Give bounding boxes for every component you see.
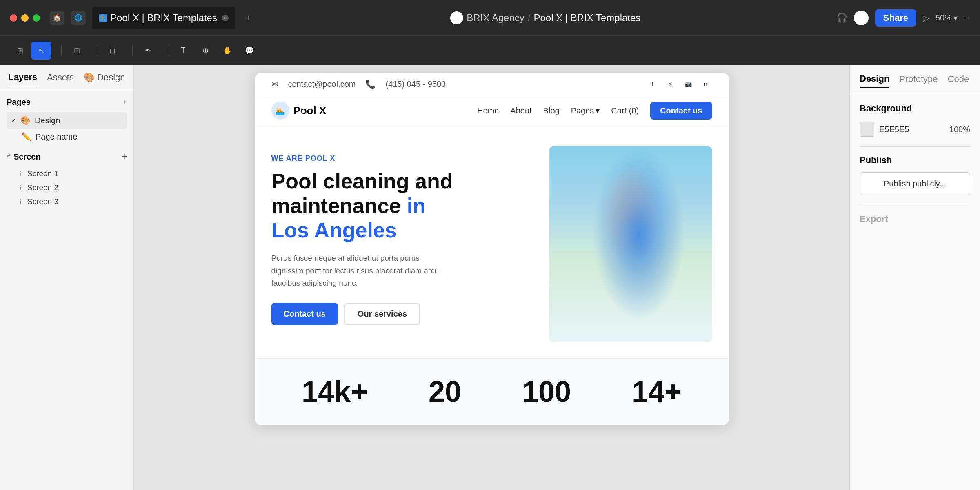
globe-button[interactable]: 🌐 — [71, 11, 86, 25]
nav-blog[interactable]: Blog — [543, 106, 560, 115]
sidebar-item-design-page[interactable]: ✓ 🎨 Design — [7, 112, 127, 129]
nav-contact-button[interactable]: Contact us — [650, 102, 712, 120]
nav-about[interactable]: About — [510, 106, 531, 115]
new-tab-button[interactable]: + — [242, 11, 255, 24]
bg-color-hex[interactable]: E5E5E5 — [879, 125, 944, 134]
sidebar-tab-assets[interactable]: Assets — [47, 72, 74, 86]
stat-4: 14+ — [632, 375, 682, 408]
tab-favicon: 🏊 — [99, 14, 107, 22]
hero-services-button[interactable]: Our services — [344, 303, 420, 325]
frame-tool[interactable]: ⊡ — [67, 42, 87, 60]
background-title: Background — [860, 103, 970, 114]
right-sidebar: Design Prototype Code Background E5E5E5 … — [849, 65, 980, 490]
sidebar-item-screen-2[interactable]: ⣿ Screen 2 — [7, 181, 127, 195]
screen-1-label: Screen 1 — [27, 169, 58, 178]
stat-4-number: 14+ — [632, 375, 682, 408]
close-traffic-light[interactable] — [10, 14, 17, 22]
sidebar-tab-layers[interactable]: Layers — [8, 72, 37, 86]
publish-button[interactable]: Publish publicly... — [860, 172, 970, 195]
tool-separator-1 — [61, 45, 62, 56]
right-tab-code[interactable]: Code — [948, 74, 969, 88]
add-page-button[interactable]: + — [122, 97, 127, 107]
tab-close-button[interactable]: × — [222, 15, 229, 21]
stat-2: 20 — [429, 375, 461, 408]
linkedin-icon[interactable]: in — [701, 78, 712, 90]
hero-description: Purus fusce neque at aliquet ut porta pu… — [271, 252, 443, 289]
breadcrumb-workspace: BRIX Agency — [467, 12, 524, 24]
shape-tool[interactable]: ◻ — [102, 42, 122, 60]
breadcrumb-separator: / — [528, 12, 531, 24]
bg-color-swatch[interactable] — [860, 122, 874, 137]
logo-text: Pool X — [293, 104, 327, 117]
maximize-traffic-light[interactable] — [33, 14, 40, 22]
breadcrumb: BRIX Agency / Pool X | BRIX Templates — [450, 11, 640, 24]
share-button[interactable]: Share — [875, 9, 916, 27]
right-tab-design[interactable]: Design — [860, 73, 889, 88]
headphone-button[interactable]: 🎧 — [836, 13, 847, 23]
breadcrumb-page: Pool X | BRIX Templates — [533, 12, 640, 24]
add-screen-button[interactable]: + — [122, 151, 127, 162]
sidebar-item-page-name[interactable]: ✏️ Page name — [7, 129, 127, 145]
tool-group-pen: ✒ — [138, 42, 158, 60]
bg-opacity[interactable]: 100% — [949, 125, 970, 134]
home-button[interactable]: 🏠 — [50, 11, 64, 25]
minimize-traffic-light[interactable] — [21, 14, 29, 22]
screen-3-label: Screen 3 — [27, 197, 58, 206]
site-logo[interactable]: 🏊 Pool X — [271, 102, 327, 120]
screen-drag-icon: ⣿ — [20, 171, 23, 177]
tool-separator-3 — [132, 45, 133, 56]
screen-2-label: Screen 2 — [27, 183, 58, 192]
hero-text: WE ARE POOL X Pool cleaning and maintena… — [271, 146, 533, 325]
chevron-down-icon: ▾ — [596, 106, 600, 115]
text-tool[interactable]: T — [173, 42, 193, 60]
browser-tab[interactable]: 🏊 Pool X | BRIX Templates × — [92, 7, 235, 29]
stat-1: 14k+ — [302, 375, 368, 408]
facebook-icon[interactable]: f — [647, 78, 658, 90]
instagram-icon[interactable]: 📷 — [683, 78, 694, 90]
hero-h1-line1: Pool cleaning and — [271, 169, 453, 193]
site-navbar: 🏊 Pool X Home About Blog Pages ▾ Cart (0… — [255, 95, 729, 126]
main-layout: Layers Assets 🎨 Design Pages + ✓ 🎨 Desig… — [0, 65, 980, 490]
components-tool[interactable]: ⊕ — [195, 42, 216, 60]
right-tab-prototype[interactable]: Prototype — [899, 74, 938, 88]
grid-tool[interactable]: ⊞ — [10, 42, 30, 60]
zoom-control[interactable]: 50% ▾ — [936, 13, 958, 23]
screen-drag-icon: ⣿ — [20, 185, 23, 191]
check-icon: ✓ — [11, 117, 16, 124]
stat-3: 100 — [522, 375, 571, 408]
comment-tool[interactable]: 💬 — [239, 42, 260, 60]
sidebar-tab-bar: Layers Assets 🎨 Design — [0, 65, 133, 90]
site-stats: 14k+ 20 100 14+ — [255, 358, 729, 425]
canvas-area[interactable]: ✉ contact@pool.com 📞 (415) 045 - 9503 f … — [134, 65, 849, 490]
sidebar-item-screen-1[interactable]: ⣿ Screen 1 — [7, 167, 127, 181]
hero-image-wrap — [549, 146, 712, 342]
pen-tool[interactable]: ✒ — [138, 42, 158, 60]
site-nav: Home About Blog Pages ▾ Cart (0) Contact… — [477, 102, 712, 120]
design-page-label: Design — [35, 116, 60, 125]
left-sidebar: Layers Assets 🎨 Design Pages + ✓ 🎨 Desig… — [0, 65, 134, 490]
hand-tool[interactable]: ✋ — [217, 42, 238, 60]
workspace-avatar — [450, 11, 463, 24]
website-preview: ✉ contact@pool.com 📞 (415) 045 - 9503 f … — [255, 73, 729, 425]
tool-group-frame: ⊡ — [67, 42, 87, 60]
nav-home[interactable]: Home — [477, 106, 499, 115]
export-title: Export — [860, 214, 970, 224]
twitter-icon[interactable]: 𝕏 — [665, 78, 676, 90]
right-panel-content: Background E5E5E5 100% Publish Publish p… — [850, 93, 980, 234]
more-options-button[interactable]: ··· — [964, 13, 970, 22]
publish-title: Publish — [860, 155, 970, 166]
screen-drag-icon: ⣿ — [20, 199, 23, 204]
cursor-tool[interactable]: ↖ — [31, 42, 51, 60]
topbar-email-icon: ✉ — [271, 79, 278, 89]
hero-contact-button[interactable]: Contact us — [271, 303, 338, 325]
nav-pages[interactable]: Pages ▾ — [571, 106, 600, 115]
user-avatar[interactable] — [854, 11, 869, 25]
screen-label: Screen — [13, 152, 41, 162]
nav-cart[interactable]: Cart (0) — [611, 106, 639, 115]
sidebar-content: Pages + ✓ 🎨 Design ✏️ Page name # Screen — [0, 90, 133, 490]
tab-title: Pool X | BRIX Templates — [110, 12, 217, 24]
sidebar-item-screen-3[interactable]: ⣿ Screen 3 — [7, 195, 127, 208]
play-button[interactable]: ▷ — [923, 13, 929, 23]
tool-group-shape: ◻ — [102, 42, 122, 60]
stat-2-number: 20 — [429, 375, 461, 408]
